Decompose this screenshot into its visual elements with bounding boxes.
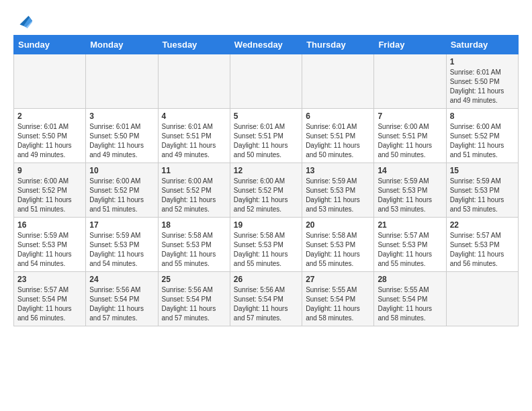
calendar-cell [302,54,374,109]
day-info: Sunrise: 6:00 AM Sunset: 5:52 PM Dayligh… [162,177,226,214]
calendar-cell: 10Sunrise: 6:00 AM Sunset: 5:52 PM Dayli… [86,163,158,218]
day-info: Sunrise: 5:57 AM Sunset: 5:54 PM Dayligh… [17,285,82,323]
day-info: Sunrise: 6:00 AM Sunset: 5:52 PM Dayligh… [89,177,154,214]
calendar-table: SundayMondayTuesdayWednesdayThursdayFrid… [13,35,519,326]
calendar-cell: 14Sunrise: 5:59 AM Sunset: 5:53 PM Dayli… [374,163,446,218]
calendar-cell: 28Sunrise: 5:55 AM Sunset: 5:54 PM Dayli… [374,272,446,326]
day-number: 28 [378,275,442,284]
calendar-cell: 17Sunrise: 5:59 AM Sunset: 5:53 PM Dayli… [86,218,158,272]
day-number: 22 [450,220,515,230]
day-info: Sunrise: 5:56 AM Sunset: 5:54 PM Dayligh… [162,285,226,323]
day-info: Sunrise: 5:59 AM Sunset: 5:53 PM Dayligh… [450,177,515,214]
calendar-cell: 26Sunrise: 5:56 AM Sunset: 5:54 PM Dayli… [230,272,302,326]
day-info: Sunrise: 6:01 AM Sunset: 5:50 PM Dayligh… [89,122,154,160]
header [13,11,519,30]
day-number: 16 [17,220,82,230]
calendar-header-row: SundayMondayTuesdayWednesdayThursdayFrid… [14,36,519,54]
day-info: Sunrise: 5:57 AM Sunset: 5:53 PM Dayligh… [450,231,515,269]
calendar-header-friday: Friday [374,36,446,54]
day-info: Sunrise: 6:00 AM Sunset: 5:51 PM Dayligh… [378,122,442,160]
calendar-cell: 13Sunrise: 5:59 AM Sunset: 5:53 PM Dayli… [302,163,374,218]
calendar-cell: 9Sunrise: 6:00 AM Sunset: 5:52 PM Daylig… [14,163,86,218]
calendar-cell: 4Sunrise: 6:01 AM Sunset: 5:51 PM Daylig… [158,109,230,163]
day-number: 19 [234,220,298,230]
logo [13,11,34,30]
day-number: 25 [162,275,226,284]
calendar-cell: 7Sunrise: 6:00 AM Sunset: 5:51 PM Daylig… [374,109,446,163]
day-number: 9 [17,166,82,175]
day-info: Sunrise: 6:00 AM Sunset: 5:52 PM Dayligh… [234,177,298,214]
calendar-cell: 21Sunrise: 5:57 AM Sunset: 5:53 PM Dayli… [374,218,446,272]
calendar-cell: 25Sunrise: 5:56 AM Sunset: 5:54 PM Dayli… [158,272,230,326]
calendar-cell [158,54,230,109]
calendar-cell: 5Sunrise: 6:01 AM Sunset: 5:51 PM Daylig… [230,109,302,163]
day-info: Sunrise: 5:59 AM Sunset: 5:53 PM Dayligh… [306,177,370,214]
day-number: 10 [89,166,154,175]
day-info: Sunrise: 5:55 AM Sunset: 5:54 PM Dayligh… [378,285,442,323]
calendar-header-sunday: Sunday [14,36,86,54]
day-number: 27 [306,275,370,284]
day-info: Sunrise: 5:56 AM Sunset: 5:54 PM Dayligh… [89,285,154,323]
calendar-cell: 18Sunrise: 5:58 AM Sunset: 5:53 PM Dayli… [158,218,230,272]
calendar-header-saturday: Saturday [446,36,518,54]
day-info: Sunrise: 6:00 AM Sunset: 5:52 PM Dayligh… [17,177,82,214]
day-number: 14 [378,166,442,175]
day-info: Sunrise: 5:57 AM Sunset: 5:53 PM Dayligh… [378,231,442,269]
calendar-week-row: 1Sunrise: 6:01 AM Sunset: 5:50 PM Daylig… [14,54,519,109]
day-info: Sunrise: 5:59 AM Sunset: 5:53 PM Dayligh… [378,177,442,214]
page: SundayMondayTuesdayWednesdayThursdayFrid… [0,0,532,337]
day-number: 18 [162,220,226,230]
calendar-week-row: 16Sunrise: 5:59 AM Sunset: 5:53 PM Dayli… [14,218,519,272]
calendar-header-tuesday: Tuesday [158,36,230,54]
day-info: Sunrise: 5:55 AM Sunset: 5:54 PM Dayligh… [306,285,370,323]
day-number: 5 [234,111,298,121]
calendar-cell: 6Sunrise: 6:01 AM Sunset: 5:51 PM Daylig… [302,109,374,163]
day-info: Sunrise: 5:58 AM Sunset: 5:53 PM Dayligh… [162,231,226,269]
day-number: 4 [162,111,226,121]
calendar-cell: 19Sunrise: 5:58 AM Sunset: 5:53 PM Dayli… [230,218,302,272]
day-number: 12 [234,166,298,175]
day-number: 13 [306,166,370,175]
calendar-cell: 3Sunrise: 6:01 AM Sunset: 5:50 PM Daylig… [86,109,158,163]
day-number: 3 [89,111,154,121]
day-number: 6 [306,111,370,121]
day-info: Sunrise: 6:01 AM Sunset: 5:50 PM Dayligh… [17,122,82,160]
day-number: 17 [89,220,154,230]
calendar-header-monday: Monday [86,36,158,54]
day-number: 7 [378,111,442,121]
calendar-cell [374,54,446,109]
day-info: Sunrise: 6:01 AM Sunset: 5:51 PM Dayligh… [306,122,370,160]
calendar-week-row: 23Sunrise: 5:57 AM Sunset: 5:54 PM Dayli… [14,272,519,326]
calendar-cell: 27Sunrise: 5:55 AM Sunset: 5:54 PM Dayli… [302,272,374,326]
calendar-cell: 1Sunrise: 6:01 AM Sunset: 5:50 PM Daylig… [446,54,518,109]
calendar-cell [14,54,86,109]
calendar-cell: 11Sunrise: 6:00 AM Sunset: 5:52 PM Dayli… [158,163,230,218]
day-number: 11 [162,166,226,175]
day-info: Sunrise: 5:58 AM Sunset: 5:53 PM Dayligh… [234,231,298,269]
calendar-cell: 12Sunrise: 6:00 AM Sunset: 5:52 PM Dayli… [230,163,302,218]
day-number: 21 [378,220,442,230]
day-info: Sunrise: 6:01 AM Sunset: 5:51 PM Dayligh… [162,122,226,160]
calendar-cell: 2Sunrise: 6:01 AM Sunset: 5:50 PM Daylig… [14,109,86,163]
calendar-header-wednesday: Wednesday [230,36,302,54]
day-number: 2 [17,111,82,121]
calendar-cell: 20Sunrise: 5:58 AM Sunset: 5:53 PM Dayli… [302,218,374,272]
calendar-cell: 24Sunrise: 5:56 AM Sunset: 5:54 PM Dayli… [86,272,158,326]
day-number: 23 [17,275,82,284]
calendar-cell: 23Sunrise: 5:57 AM Sunset: 5:54 PM Dayli… [14,272,86,326]
day-info: Sunrise: 5:58 AM Sunset: 5:53 PM Dayligh… [306,231,370,269]
calendar-cell: 16Sunrise: 5:59 AM Sunset: 5:53 PM Dayli… [14,218,86,272]
calendar-cell [230,54,302,109]
day-info: Sunrise: 5:59 AM Sunset: 5:53 PM Dayligh… [17,231,82,269]
day-info: Sunrise: 6:01 AM Sunset: 5:51 PM Dayligh… [234,122,298,160]
day-number: 26 [234,275,298,284]
day-info: Sunrise: 5:59 AM Sunset: 5:53 PM Dayligh… [89,231,154,269]
calendar-cell [446,272,518,326]
day-info: Sunrise: 6:01 AM Sunset: 5:50 PM Dayligh… [450,68,515,105]
logo-icon [15,11,34,30]
calendar-cell: 15Sunrise: 5:59 AM Sunset: 5:53 PM Dayli… [446,163,518,218]
calendar-cell [86,54,158,109]
calendar-cell: 8Sunrise: 6:00 AM Sunset: 5:52 PM Daylig… [446,109,518,163]
day-number: 8 [450,111,515,121]
calendar-week-row: 2Sunrise: 6:01 AM Sunset: 5:50 PM Daylig… [14,109,519,163]
